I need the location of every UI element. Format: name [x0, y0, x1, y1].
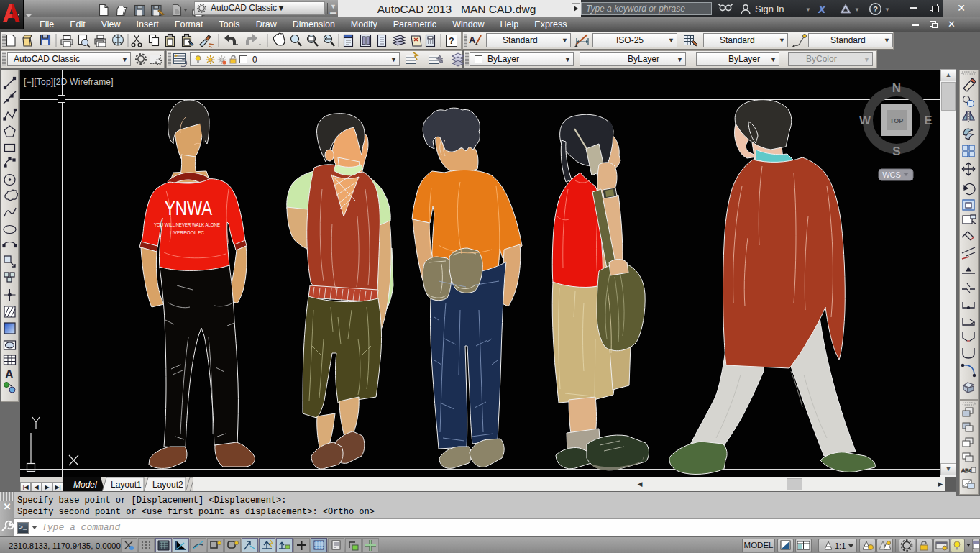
- svg-text:Layout1: Layout1: [111, 480, 142, 490]
- svg-text:A: A: [5, 368, 14, 380]
- svg-text:?: ?: [449, 36, 454, 46]
- svg-text:W: W: [859, 114, 871, 127]
- svg-text:E: E: [924, 114, 932, 127]
- svg-text:S: S: [892, 145, 900, 158]
- svg-text:YOU WILL NEVER WALK ALONE: YOU WILL NEVER WALK ALONE: [154, 221, 220, 228]
- svg-text:?: ?: [873, 5, 878, 14]
- svg-text:LIVERPOOL FC: LIVERPOOL FC: [170, 229, 205, 236]
- svg-text:YNWA: YNWA: [165, 198, 212, 219]
- svg-text:TOP: TOP: [890, 117, 903, 124]
- svg-text:Model: Model: [73, 480, 97, 490]
- svg-text:1:1: 1:1: [835, 541, 846, 550]
- svg-text:WCS: WCS: [882, 170, 901, 179]
- svg-text:Layout2: Layout2: [152, 480, 183, 490]
- svg-text:N: N: [892, 81, 901, 95]
- svg-text:A: A: [469, 35, 476, 45]
